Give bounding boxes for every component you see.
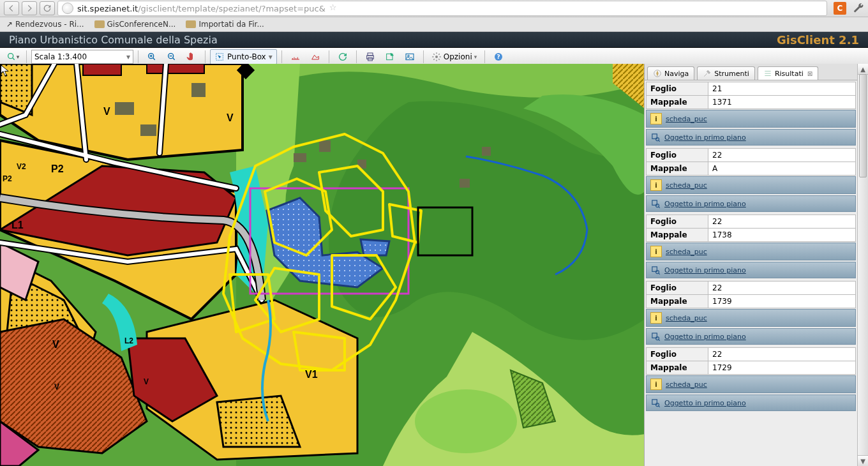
pan-button[interactable]	[183, 49, 200, 64]
svg-rect-4	[368, 53, 373, 56]
nav-reload-button[interactable]	[40, 1, 55, 15]
export-image-button[interactable]	[401, 49, 419, 64]
address-bar[interactable]: sit.spezianet.it/gisclient/template/spez…	[57, 1, 827, 16]
zoom-out-button[interactable]	[163, 49, 181, 64]
zoom-extent-button[interactable]: ▾	[4, 49, 22, 64]
url-host: sit.spezianet.it	[77, 4, 138, 13]
selection-icon	[214, 52, 225, 62]
export-map-button[interactable]	[381, 49, 399, 64]
measure-dist-button[interactable]	[287, 49, 304, 64]
scrollbar[interactable]: ▲ ▼	[857, 64, 868, 66]
nav-back-button[interactable]	[4, 1, 19, 15]
svg-rect-23	[147, 64, 204, 66]
svg-text:?: ?	[497, 53, 500, 60]
panel-tabs: Naviga Strumenti Risultati⊠	[645, 64, 857, 66]
url-path: /gisclient/template/spezianet/?mapset=pu…	[138, 4, 326, 13]
bookmark-bar: ↗Rendezvous - Ri... GisConferenceN... Im…	[0, 17, 868, 32]
svg-rect-22	[83, 64, 121, 66]
wrench-icon[interactable]	[853, 3, 864, 14]
extension-badge[interactable]: C	[834, 2, 846, 15]
bookmark-item[interactable]: Importati da Fir...	[186, 20, 264, 29]
options-button[interactable]: Opzioni ▾	[428, 49, 481, 64]
results-panel: Naviga Strumenti Risultati⊠ Foglio21Mapp…	[644, 64, 868, 66]
chevron-down-icon: ▾	[474, 54, 477, 60]
refresh-button[interactable]	[334, 49, 352, 64]
folder-icon	[94, 20, 105, 28]
chevron-down-icon: ▾	[126, 52, 130, 61]
bookmark-star-icon[interactable]: ☆	[329, 3, 341, 14]
bookmark-item[interactable]: ↗Rendezvous - Ri...	[6, 20, 84, 29]
scroll-up-button[interactable]: ▲	[858, 64, 868, 66]
gear-icon	[431, 52, 442, 62]
app-brand: GisClient 2.1	[777, 33, 859, 47]
find-mode-button[interactable]: Punto-Box ▾	[210, 49, 277, 64]
help-button[interactable]: ?	[490, 49, 507, 64]
page-title: Piano Urbanistico Comunale della Spezia	[9, 34, 218, 46]
zoom-in-button[interactable]	[143, 49, 161, 64]
scale-select[interactable]: Scala 1:3.400▾	[31, 50, 133, 64]
page-icon: ↗	[6, 20, 13, 29]
nav-forward-button[interactable]	[22, 1, 37, 15]
map-canvas[interactable]: V V P2 P2 V2 L1 V V L2 V V1	[0, 64, 644, 66]
measure-area-button[interactable]	[306, 49, 324, 64]
chevron-down-icon: ▾	[269, 52, 273, 61]
folder-icon	[186, 20, 196, 28]
svg-point-10	[435, 56, 438, 58]
app-header: Piano Urbanistico Comunale della Spezia …	[0, 32, 868, 48]
print-button[interactable]	[361, 49, 379, 64]
bookmark-item[interactable]: GisConferenceN...	[94, 20, 176, 29]
globe-icon	[62, 3, 73, 14]
browser-chrome: sit.spezianet.it/gisclient/template/spez…	[0, 0, 868, 17]
